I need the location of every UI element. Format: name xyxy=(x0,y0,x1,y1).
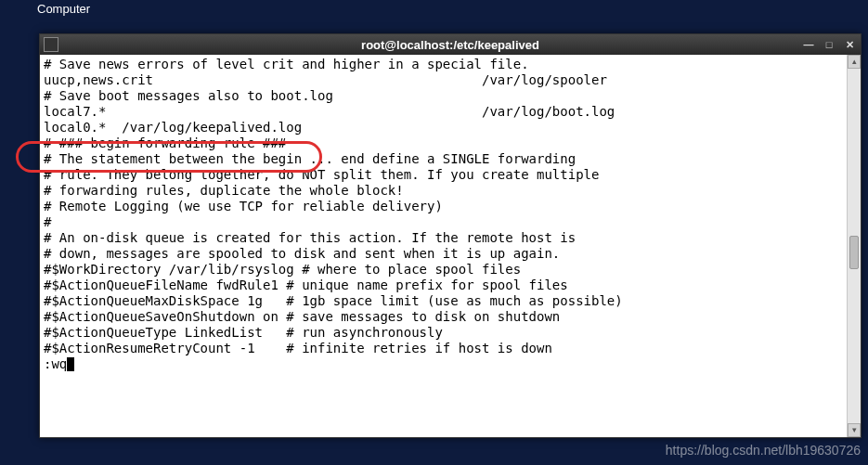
close-button[interactable]: ✕ xyxy=(842,38,857,51)
editor-line: #$ActionQueueFileName fwdRule1 # unique … xyxy=(44,278,843,293)
window-controls: — □ ✕ xyxy=(801,38,857,51)
titlebar[interactable]: root@localhost:/etc/keepalived — □ ✕ xyxy=(40,34,861,55)
desktop-icon-label: Computer xyxy=(37,2,90,16)
editor-line: # down, messages are spooled to disk and… xyxy=(44,246,843,262)
editor-line: # rule. They belong together, do NOT spl… xyxy=(44,167,843,183)
editor-line: # Remote Logging (we use TCP for reliabl… xyxy=(44,199,843,214)
editor-line: # The statement between the begin ... en… xyxy=(44,151,843,167)
editor-line: # xyxy=(44,214,843,230)
minimize-button[interactable]: — xyxy=(801,38,816,51)
terminal-window: root@localhost:/etc/keepalived — □ ✕ # S… xyxy=(39,33,862,438)
window-title: root@localhost:/etc/keepalived xyxy=(40,38,861,52)
scroll-thumb[interactable] xyxy=(849,236,859,269)
vim-command-line[interactable]: :wq xyxy=(44,356,843,372)
editor-line: local0.* /var/log/keepalived.log xyxy=(44,120,843,136)
editor-line: # Save boot messages also to boot.log xyxy=(44,88,843,104)
editor-area: # Save news errors of level crit and hig… xyxy=(40,55,861,437)
scrollbar-vertical[interactable]: ▴ ▾ xyxy=(847,55,861,437)
scroll-down-button[interactable]: ▾ xyxy=(848,423,861,437)
maximize-button[interactable]: □ xyxy=(822,38,836,51)
editor-line: # forwarding rules, duplicate the whole … xyxy=(44,183,843,199)
cursor xyxy=(67,357,74,371)
editor-line: #$ActionQueueType LinkedList # run async… xyxy=(44,325,843,341)
editor-line: # An on-disk queue is created for this a… xyxy=(44,230,843,246)
editor-line: #$ActionResumeRetryCount -1 # infinite r… xyxy=(44,341,843,356)
terminal-icon xyxy=(44,37,58,52)
editor-line: uucp,news.crit /var/log/spooler xyxy=(44,72,843,88)
scroll-up-button[interactable]: ▴ xyxy=(848,55,861,69)
editor-line: # ### begin forwarding rule ### xyxy=(44,136,843,151)
editor-line: #$ActionQueueMaxDiskSpace 1g # 1gb space… xyxy=(44,293,843,309)
desktop-icon-computer[interactable]: Computer xyxy=(37,0,90,16)
editor-content[interactable]: # Save news errors of level crit and hig… xyxy=(40,55,847,437)
editor-line: local7.* /var/log/boot.log xyxy=(44,104,843,120)
editor-line: # Save news errors of level crit and hig… xyxy=(44,57,843,72)
editor-line: #$WorkDirectory /var/lib/rsyslog # where… xyxy=(44,262,843,278)
editor-line: #$ActionQueueSaveOnShutdown on # save me… xyxy=(44,309,843,325)
watermark-text: https://blog.csdn.net/lbh19630726 xyxy=(666,443,861,458)
